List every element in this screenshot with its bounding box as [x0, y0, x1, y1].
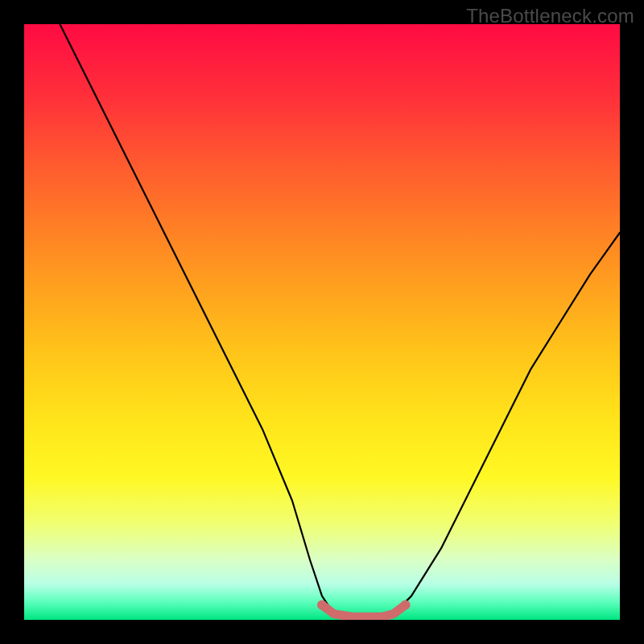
highlight-endpoint-left — [317, 601, 327, 610]
chart-frame: TheBottleneck.com — [0, 0, 644, 644]
flat-region-highlight — [322, 605, 406, 617]
bottleneck-curve — [60, 24, 620, 620]
plot-area — [24, 24, 620, 620]
highlight-endpoint-right — [401, 601, 411, 610]
chart-svg — [24, 24, 620, 620]
watermark-text: TheBottleneck.com — [466, 5, 634, 27]
